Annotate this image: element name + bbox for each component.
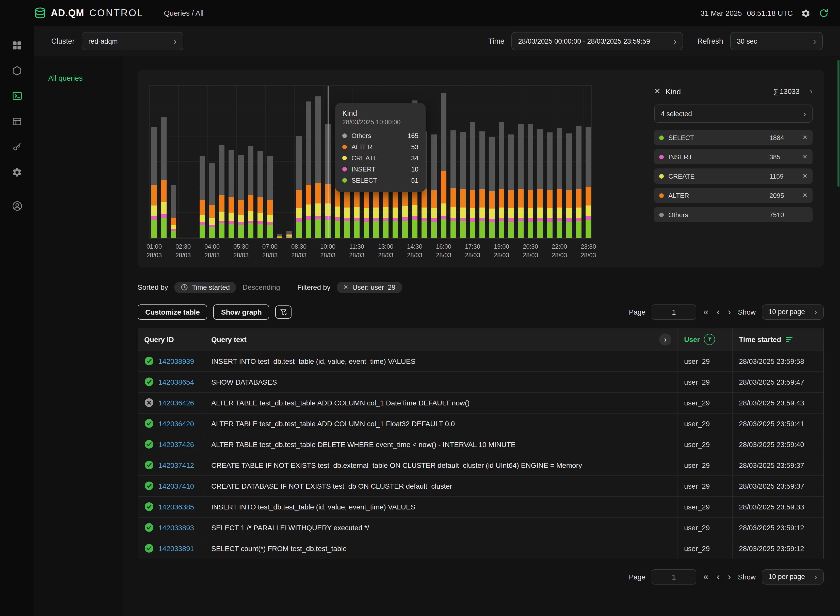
remove-filter-icon[interactable]: ✕: [802, 173, 808, 180]
page-input[interactable]: [652, 569, 696, 585]
user-filter-icon[interactable]: [704, 334, 715, 345]
column-header-user[interactable]: User: [678, 328, 733, 351]
table-row[interactable]: 142037426ALTER TABLE test_db.test_table …: [138, 434, 823, 455]
next-page-button[interactable]: ›: [727, 572, 732, 581]
query-id-link[interactable]: 142033893: [159, 524, 194, 532]
kind-item-alter[interactable]: ALTER2095✕: [654, 188, 813, 203]
chart-bar[interactable]: [277, 234, 282, 238]
sidebar-item-profile[interactable]: [6, 193, 28, 219]
kind-select[interactable]: 4 selected ›: [654, 104, 813, 123]
customize-table-button[interactable]: Customize table: [138, 304, 207, 320]
breadcrumb[interactable]: Queries / All: [164, 9, 203, 17]
chart-bar[interactable]: [200, 157, 205, 238]
table-row[interactable]: 142033891SELECT count(*) FROM test_db.te…: [138, 538, 823, 559]
remove-filter-icon[interactable]: ✕: [802, 153, 808, 160]
kind-item-others[interactable]: Others7510✕: [654, 207, 813, 222]
close-kind-icon[interactable]: ✕: [654, 87, 661, 96]
table-row[interactable]: 142036426ALTER TABLE test_db.test_table …: [138, 392, 823, 413]
kind-item-create[interactable]: CREATE1159✕: [654, 169, 813, 184]
chart-bar[interactable]: [219, 145, 225, 238]
table-row[interactable]: 142038939INSERT INTO test_db.test_table …: [138, 351, 823, 371]
chart-plot[interactable]: Kind 28/03/2025 10:00:00 Others165ALTER5…: [149, 85, 591, 239]
remove-filter-icon[interactable]: ✕: [802, 134, 808, 141]
query-id-link[interactable]: 142038939: [159, 357, 194, 365]
chart-bar[interactable]: [480, 131, 485, 238]
next-page-button[interactable]: ›: [727, 308, 732, 317]
chart-bar[interactable]: [209, 163, 215, 238]
chart-bar[interactable]: [161, 117, 166, 238]
prev-page-button[interactable]: ‹: [716, 308, 721, 317]
chart-bar[interactable]: [228, 150, 234, 238]
chart-bar[interactable]: [296, 136, 302, 238]
cluster-select[interactable]: red-adqm ›: [82, 32, 183, 50]
chart-bar[interactable]: [576, 126, 581, 238]
chart-bar[interactable]: [267, 157, 273, 238]
show-graph-button[interactable]: Show graph: [213, 304, 269, 320]
kind-item-select[interactable]: SELECT1884✕: [654, 130, 813, 145]
column-header-query-id[interactable]: Query ID: [138, 328, 205, 351]
table-row[interactable]: 142036385INSERT INTO test_db.test_table …: [138, 496, 823, 517]
chart-bar[interactable]: [152, 128, 157, 238]
kind-item-insert[interactable]: INSERT385✕: [654, 149, 813, 164]
chart-bar[interactable]: [489, 137, 495, 238]
chart-bar[interactable]: [566, 133, 572, 238]
sidebar-item-dashboard[interactable]: [6, 32, 28, 58]
query-id-link[interactable]: 142033891: [159, 544, 194, 553]
sidebar-item-access[interactable]: [6, 134, 28, 159]
table-row[interactable]: 142038654SHOW DATABASESuser_2928/03/2025…: [138, 371, 823, 392]
table-row[interactable]: 142037412CREATE TABLE IF NOT EXISTS test…: [138, 455, 823, 475]
remove-filter-icon[interactable]: ✕: [802, 192, 808, 199]
sidebar-item-settings[interactable]: [6, 159, 28, 185]
reset-filters-button[interactable]: [275, 305, 292, 319]
query-id-link[interactable]: 142037410: [159, 482, 194, 490]
chart-bar[interactable]: [528, 125, 533, 238]
sort-direction[interactable]: Descending: [243, 283, 280, 292]
query-id-link[interactable]: 142037426: [159, 440, 194, 449]
chart-bar[interactable]: [537, 130, 543, 238]
chart-bar[interactable]: [306, 101, 311, 238]
filter-pill[interactable]: ✕ User: user_29: [337, 282, 402, 293]
chart-bar[interactable]: [450, 131, 456, 238]
settings-gear-icon[interactable]: [801, 8, 811, 18]
chart-bar[interactable]: [441, 93, 446, 238]
scrollbar-thumb[interactable]: [837, 60, 840, 187]
table-row[interactable]: 142037410CREATE DATABASE IF NOT EXISTS t…: [138, 475, 823, 496]
chart-bar[interactable]: [470, 122, 475, 238]
sidebar-item-queries[interactable]: [6, 83, 28, 109]
page-input[interactable]: [652, 304, 696, 320]
chart-bar[interactable]: [257, 151, 263, 238]
chart-bar[interactable]: [238, 155, 244, 238]
brand[interactable]: AD.QM CONTROL: [34, 7, 143, 20]
chart-bar[interactable]: [585, 127, 591, 238]
table-row[interactable]: 142036420ALTER TABLE test_db.test_table …: [138, 413, 823, 434]
refresh-interval-select[interactable]: 30 sec ›: [730, 32, 823, 50]
time-range-select[interactable]: 28/03/2025 00:00:00 - 28/03/2025 23:59:5…: [511, 32, 683, 50]
chart-bar[interactable]: [248, 146, 253, 238]
query-id-link[interactable]: 142038654: [159, 378, 194, 386]
prev-page-button[interactable]: ‹: [716, 572, 721, 581]
chart-bar[interactable]: [518, 124, 524, 238]
chevron-right-icon[interactable]: ›: [810, 86, 813, 97]
query-id-link[interactable]: 142036420: [159, 419, 194, 428]
query-id-link[interactable]: 142036385: [159, 503, 194, 511]
query-id-link[interactable]: 142036426: [159, 399, 194, 407]
expand-column-button[interactable]: ›: [659, 333, 671, 346]
chart-bar[interactable]: [460, 132, 466, 238]
table-row[interactable]: 142033893SELECT 1 /* PARALLELWITHQUERY e…: [138, 517, 823, 538]
sort-pill[interactable]: Time started: [174, 282, 237, 293]
per-page-select[interactable]: 10 per page ›: [762, 304, 824, 320]
sidebar-item-clusters[interactable]: [6, 58, 28, 83]
chart-bar[interactable]: [431, 134, 437, 238]
column-header-time-started[interactable]: Time started: [733, 328, 823, 351]
first-page-button[interactable]: «: [702, 572, 709, 581]
sidebar-item-tables[interactable]: [6, 109, 28, 134]
first-page-button[interactable]: «: [702, 308, 709, 317]
query-id-link[interactable]: 142037412: [159, 461, 194, 469]
nav-all-queries[interactable]: All queries: [48, 74, 123, 82]
chart-bar[interactable]: [508, 134, 514, 238]
remove-filter-icon[interactable]: ✕: [343, 284, 349, 291]
per-page-select[interactable]: 10 per page ›: [762, 569, 824, 585]
chart-bar[interactable]: [499, 122, 504, 238]
chart-bar[interactable]: [287, 231, 292, 238]
chart-bar[interactable]: [315, 96, 321, 238]
